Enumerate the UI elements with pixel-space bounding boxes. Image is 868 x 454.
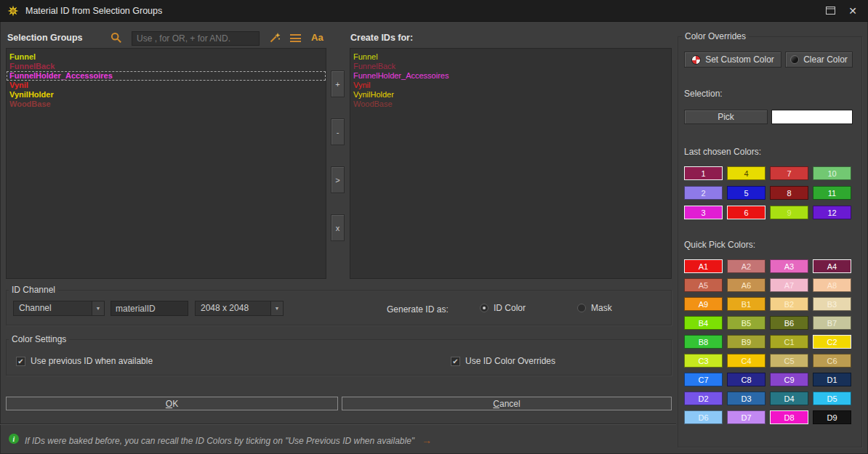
- quick-pick-swatch-c8[interactable]: C8: [727, 373, 765, 386]
- quick-pick-swatch-c2[interactable]: C2: [813, 335, 851, 349]
- transfer-add-button[interactable]: +: [331, 70, 345, 97]
- quick-pick-swatch-d3[interactable]: D3: [727, 392, 765, 405]
- last-chosen-swatch-7[interactable]: 7: [770, 166, 808, 180]
- footer-hint-text: If IDs were baked before, you can recall…: [25, 436, 414, 446]
- resolution-dropdown-value: 2048 x 2048: [201, 303, 249, 313]
- color-settings-group-label: Color Settings: [9, 334, 69, 344]
- quick-pick-swatch-c9[interactable]: C9: [770, 373, 808, 386]
- quick-pick-swatch-b4[interactable]: B4: [684, 316, 723, 330]
- transfer-clear-button[interactable]: x: [331, 214, 345, 241]
- create-id-item[interactable]: Funnel: [350, 52, 671, 62]
- last-chosen-label: Last chosen Colors:: [684, 147, 761, 157]
- create-id-item[interactable]: VynilHolder: [350, 90, 671, 100]
- last-chosen-swatch-11[interactable]: 11: [813, 186, 851, 200]
- quick-pick-swatch-d2[interactable]: D2: [684, 392, 723, 405]
- quick-pick-swatch-b5[interactable]: B5: [727, 316, 765, 330]
- id-channel-group-label: ID Channel: [9, 285, 58, 295]
- last-chosen-swatch-5[interactable]: 5: [727, 186, 765, 200]
- create-id-item[interactable]: FunnelHolder_Accessoires: [350, 71, 671, 81]
- quick-pick-swatch-d4[interactable]: D4: [770, 392, 808, 405]
- resolution-dropdown[interactable]: 2048 x 2048 ▼: [195, 301, 284, 316]
- quick-pick-swatch-b6[interactable]: B6: [770, 316, 808, 330]
- quick-pick-swatch-a3[interactable]: A3: [770, 259, 808, 273]
- list-options-icon[interactable]: [290, 34, 301, 42]
- app-icon: [7, 5, 19, 17]
- pick-button[interactable]: Pick: [684, 110, 768, 124]
- set-custom-color-button[interactable]: Set Custom Color: [684, 52, 781, 68]
- checkbox-box: [451, 357, 460, 366]
- clear-color-button[interactable]: Clear Color: [785, 52, 853, 68]
- dialog-expand-icon[interactable]: [822, 3, 838, 19]
- quick-pick-swatch-b7[interactable]: B7: [813, 316, 851, 330]
- ok-button[interactable]: OK: [6, 397, 338, 410]
- quick-pick-swatch-d8[interactable]: D8: [770, 410, 808, 424]
- quick-pick-swatch-d9[interactable]: D9: [813, 410, 851, 424]
- radio-id-color[interactable]: ID Color: [480, 303, 526, 313]
- quick-pick-swatch-c1[interactable]: C1: [770, 335, 808, 349]
- create-id-item[interactable]: FunnelBack: [350, 62, 671, 71]
- selection-group-item[interactable]: WoodBase: [7, 100, 326, 109]
- last-chosen-swatch-8[interactable]: 8: [770, 186, 808, 200]
- last-chosen-swatch-10[interactable]: 10: [813, 166, 851, 180]
- quick-pick-swatch-c5[interactable]: C5: [770, 354, 808, 368]
- last-chosen-swatch-1[interactable]: 1: [684, 166, 723, 180]
- checkbox-use-previous-id[interactable]: Use previous ID when available: [16, 356, 153, 366]
- transfer-remove-button[interactable]: -: [331, 118, 345, 145]
- last-chosen-swatch-6[interactable]: 6: [727, 206, 765, 219]
- filter-input[interactable]: [132, 31, 260, 46]
- last-chosen-swatch-3[interactable]: 3: [684, 206, 723, 219]
- selection-group-item[interactable]: FunnelHolder_Accessoires: [7, 71, 326, 81]
- quick-pick-swatch-d5[interactable]: D5: [813, 392, 851, 405]
- quick-pick-swatch-a2[interactable]: A2: [727, 259, 765, 273]
- quick-pick-swatch-a4[interactable]: A4: [813, 259, 851, 273]
- map-name-input[interactable]: [110, 301, 188, 316]
- clear-color-label: Clear Color: [803, 54, 848, 65]
- selection-group-item[interactable]: Funnel: [7, 52, 326, 62]
- selection-group-item[interactable]: VynilHolder: [7, 90, 326, 100]
- last-chosen-swatch-9[interactable]: 9: [770, 206, 808, 219]
- checkbox-use-id-color-overrides[interactable]: Use ID Color Overrides: [451, 356, 555, 366]
- quick-pick-swatch-b2[interactable]: B2: [770, 297, 808, 311]
- quick-pick-swatch-b9[interactable]: B9: [727, 335, 765, 349]
- quick-pick-swatch-a5[interactable]: A5: [684, 278, 723, 292]
- radio-mask[interactable]: Mask: [577, 303, 612, 313]
- id-channel-group: [6, 290, 672, 325]
- selection-group-item[interactable]: Vynil: [7, 81, 326, 90]
- quick-pick-swatch-c7[interactable]: C7: [684, 373, 723, 386]
- color-overrides-header: Color Overrides: [682, 31, 749, 41]
- checkbox-use-id-color-overrides-label: Use ID Color Overrides: [465, 356, 555, 366]
- quick-pick-swatch-a7[interactable]: A7: [770, 278, 808, 292]
- select-wand-icon[interactable]: [269, 32, 281, 44]
- quick-pick-grid: A1A2A3A4A5A6A7A8A9B1B2B3B4B5B6B7B8B9C1C2…: [684, 259, 851, 424]
- quick-pick-swatch-d1[interactable]: D1: [813, 373, 851, 386]
- channel-dropdown[interactable]: Channel ▼: [13, 301, 105, 316]
- material-id-dialog: Material ID from Selection Groups ✕ Sele…: [0, 0, 868, 454]
- quick-pick-swatch-a6[interactable]: A6: [727, 278, 765, 292]
- quick-pick-swatch-b1[interactable]: B1: [727, 297, 765, 311]
- quick-pick-label: Quick Pick Colors:: [684, 240, 755, 250]
- current-color-swatch[interactable]: [771, 110, 853, 124]
- quick-pick-swatch-a1[interactable]: A1: [684, 259, 723, 273]
- quick-pick-swatch-a9[interactable]: A9: [684, 297, 723, 311]
- quick-pick-swatch-d6[interactable]: D6: [684, 410, 723, 424]
- quick-pick-swatch-c4[interactable]: C4: [727, 354, 765, 368]
- last-chosen-swatch-12[interactable]: 12: [813, 206, 851, 219]
- transfer-move-button[interactable]: >: [331, 166, 345, 193]
- quick-pick-swatch-b8[interactable]: B8: [684, 335, 723, 349]
- selection-group-item[interactable]: FunnelBack: [7, 62, 326, 71]
- cancel-accel: C: [493, 399, 499, 409]
- match-case-toggle[interactable]: Aa: [311, 32, 324, 43]
- quick-pick-swatch-d7[interactable]: D7: [727, 410, 765, 424]
- quick-pick-swatch-c6[interactable]: C6: [813, 354, 851, 368]
- last-chosen-swatch-2[interactable]: 2: [684, 186, 723, 200]
- quick-pick-swatch-c3[interactable]: C3: [684, 354, 723, 368]
- close-button[interactable]: ✕: [845, 3, 861, 19]
- quick-pick-swatch-b3[interactable]: B3: [813, 297, 851, 311]
- create-id-item[interactable]: WoodBase: [350, 100, 671, 109]
- quick-pick-swatch-a8[interactable]: A8: [813, 278, 851, 292]
- create-id-item[interactable]: Vynil: [350, 81, 671, 90]
- window-title: Material ID from Selection Groups: [25, 6, 162, 16]
- cancel-button[interactable]: Cancel: [342, 397, 672, 410]
- color-ball-icon: [691, 55, 701, 65]
- last-chosen-swatch-4[interactable]: 4: [727, 166, 765, 180]
